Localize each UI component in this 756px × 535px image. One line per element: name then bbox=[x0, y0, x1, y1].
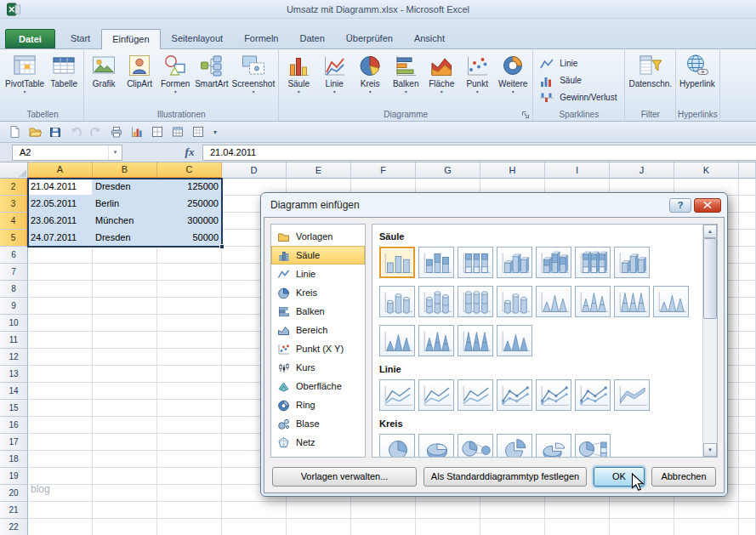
chart-type-stacked-line-100[interactable] bbox=[458, 379, 493, 411]
column-header-c[interactable]: C bbox=[157, 162, 222, 179]
ribbon-button-tabelle[interactable]: Tabelle bbox=[46, 50, 82, 109]
cell-h21[interactable] bbox=[480, 502, 545, 519]
chart-type-stacked-column-3d[interactable] bbox=[536, 247, 571, 278]
row-header-14[interactable]: 14 bbox=[0, 383, 28, 400]
cell-a12[interactable] bbox=[28, 349, 93, 366]
cell-b18[interactable] bbox=[93, 451, 157, 468]
chart-category-kreis[interactable]: Kreis bbox=[271, 283, 365, 302]
row-header-9[interactable]: 9 bbox=[0, 298, 28, 315]
cell-e21[interactable] bbox=[287, 502, 351, 519]
cell-b12[interactable] bbox=[93, 349, 157, 366]
cell-b11[interactable] bbox=[93, 332, 157, 349]
chart-type-stacked-cone[interactable] bbox=[575, 286, 611, 317]
chart-category-punkt-x-y[interactable]: Punkt (X Y) bbox=[271, 339, 365, 358]
chart-button[interactable] bbox=[128, 123, 146, 141]
cell-a5[interactable]: 24.07.2011 bbox=[28, 230, 93, 247]
column-header-b[interactable]: B bbox=[93, 162, 157, 179]
open-button[interactable] bbox=[26, 123, 44, 141]
insert-function-button[interactable]: fx bbox=[177, 145, 202, 159]
cell-a2[interactable]: 21.04.2011 bbox=[28, 179, 93, 196]
cell-b13[interactable] bbox=[93, 366, 157, 383]
cell-c7[interactable] bbox=[157, 264, 222, 281]
ribbon-tab-daten[interactable]: Daten bbox=[289, 29, 334, 48]
name-box-dropdown-icon[interactable]: ▾ bbox=[108, 145, 122, 160]
chart-category-saule[interactable]: Säule bbox=[271, 246, 365, 265]
cell-g22[interactable] bbox=[416, 519, 480, 535]
column-header-j[interactable]: J bbox=[610, 162, 674, 179]
cell-k21[interactable] bbox=[674, 502, 739, 519]
cell-f22[interactable] bbox=[351, 519, 416, 535]
chart-type-exploded-pie[interactable] bbox=[497, 434, 532, 457]
column-header-h[interactable]: H bbox=[480, 162, 545, 179]
chart-type-pie[interactable] bbox=[379, 434, 415, 457]
chart-type-cone-3d[interactable] bbox=[653, 286, 689, 317]
cell-f21[interactable] bbox=[351, 502, 416, 519]
chart-category-ring[interactable]: Ring bbox=[271, 396, 365, 414]
chart-type-stacked-line-markers-100[interactable] bbox=[575, 379, 611, 411]
chart-type-stacked-line[interactable] bbox=[418, 379, 454, 411]
cell-c6[interactable] bbox=[157, 247, 222, 264]
ribbon-button-linie[interactable]: Linie▾ bbox=[316, 50, 352, 109]
ok-button[interactable]: OK bbox=[594, 467, 645, 487]
new-button[interactable] bbox=[5, 123, 24, 141]
row-header-8[interactable]: 8 bbox=[0, 281, 28, 298]
ribbon-tab-uberprufen[interactable]: Überprüfen bbox=[336, 29, 403, 48]
row-header-22[interactable]: 22 bbox=[0, 519, 28, 535]
cell-h22[interactable] bbox=[480, 519, 545, 535]
cell-k22[interactable] bbox=[674, 519, 739, 535]
cell-c20[interactable] bbox=[157, 485, 222, 502]
formula-input[interactable]: 21.04.2011 bbox=[202, 145, 756, 161]
cell-a17[interactable] bbox=[28, 434, 93, 451]
scroll-up-button[interactable]: ▲ bbox=[703, 225, 717, 238]
row-header-13[interactable]: 13 bbox=[0, 366, 28, 383]
cell-c5[interactable]: 50000 bbox=[157, 230, 222, 247]
name-box[interactable]: A2 ▾ bbox=[12, 145, 122, 161]
ribbon-button-weitere[interactable]: Weitere▾ bbox=[495, 50, 531, 109]
chart-type-pie-3d[interactable] bbox=[418, 434, 454, 457]
chart-type-clustered-column[interactable] bbox=[379, 247, 415, 278]
cell-c10[interactable] bbox=[157, 315, 222, 332]
ribbon-button-punkt[interactable]: Punkt▾ bbox=[459, 50, 495, 109]
cell-a21[interactable] bbox=[28, 502, 93, 519]
cell-c15[interactable] bbox=[157, 400, 222, 417]
cell-c4[interactable]: 300000 bbox=[157, 213, 222, 230]
chart-type-clustered-cylinder[interactable] bbox=[379, 286, 415, 317]
cell-c16[interactable] bbox=[157, 417, 222, 434]
column-header-a[interactable]: A bbox=[28, 162, 93, 179]
cell-c11[interactable] bbox=[157, 332, 222, 349]
ribbon-button-pivottable[interactable]: PivotTable▾ bbox=[3, 50, 46, 109]
cell-a13[interactable] bbox=[28, 366, 93, 383]
cell-c8[interactable] bbox=[157, 281, 222, 298]
cell-i21[interactable] bbox=[545, 502, 610, 519]
borders-button[interactable] bbox=[148, 123, 167, 141]
cell-j22[interactable] bbox=[610, 519, 674, 535]
cell-b2[interactable]: Dresden bbox=[93, 179, 157, 196]
cell-c9[interactable] bbox=[157, 298, 222, 315]
cell-b21[interactable] bbox=[93, 502, 157, 519]
cell-b6[interactable] bbox=[93, 247, 157, 264]
chart-category-linie[interactable]: Linie bbox=[271, 265, 365, 283]
chart-type-clustered-cone[interactable] bbox=[536, 286, 571, 317]
cell-g21[interactable] bbox=[416, 502, 480, 519]
cell-b20[interactable] bbox=[93, 485, 157, 502]
column-header-g[interactable]: G bbox=[416, 162, 480, 179]
chart-category-kurs[interactable]: Kurs bbox=[271, 358, 365, 377]
chart-type-pyramid-3d[interactable] bbox=[497, 325, 532, 356]
ribbon-button-flache[interactable]: Fläche▾ bbox=[423, 50, 459, 109]
ribbon-button-balken[interactable]: Balken▾ bbox=[388, 50, 423, 109]
row-header-5[interactable]: 5 bbox=[0, 230, 28, 247]
chart-type-clustered-pyramid[interactable] bbox=[379, 325, 415, 356]
chart-category-netz[interactable]: Netz bbox=[271, 433, 365, 452]
cell-a11[interactable] bbox=[28, 332, 93, 349]
cell-c14[interactable] bbox=[157, 383, 222, 400]
cell-b7[interactable] bbox=[93, 264, 157, 281]
ribbon-button-grafik[interactable]: Grafik bbox=[86, 50, 122, 109]
scrollbar-track[interactable] bbox=[703, 238, 717, 443]
dialog-help-button[interactable]: ? bbox=[669, 198, 691, 213]
cell-a9[interactable] bbox=[28, 298, 93, 315]
cell-a6[interactable] bbox=[28, 247, 93, 264]
cell-a16[interactable] bbox=[28, 417, 93, 434]
row-header-18[interactable]: 18 bbox=[0, 451, 28, 468]
cell-b8[interactable] bbox=[93, 281, 157, 298]
undo-button[interactable] bbox=[66, 123, 85, 141]
